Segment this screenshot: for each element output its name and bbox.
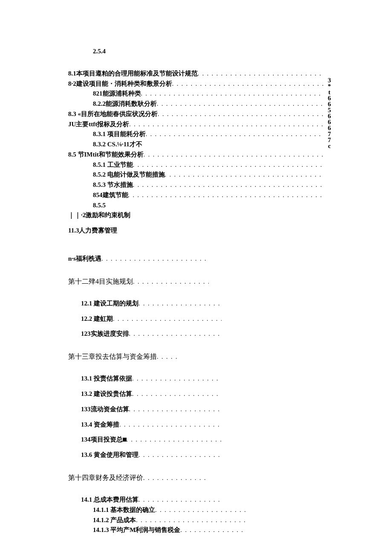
toc-entry: 133流动资金估算 bbox=[68, 405, 222, 414]
toc-entry: 2.5.4 bbox=[68, 47, 324, 56]
toc-entry: 13.2 建设投贵估算 bbox=[68, 389, 222, 399]
toc-text: 8.1本项目遵粕的合理用能标准及节能设计规范 bbox=[68, 69, 198, 78]
toc-text: 第十三章投去估算与资金筹措 bbox=[68, 352, 157, 361]
toc-text: 8.5 节IMtit和节能效果分析 bbox=[68, 150, 144, 160]
toc-narrow-block: n·s福利㭠遇 第十二肂4目实施规划 12.1 建设工期的规划 12.2 建虹期… bbox=[68, 254, 324, 535]
toc-entry: 123实族进度安排 bbox=[68, 329, 222, 339]
toc-text: 854建筑节能 bbox=[93, 191, 128, 200]
toc-number: 2.5.4 bbox=[93, 47, 106, 56]
toc-entry: 12.2 建虹期 bbox=[68, 314, 222, 324]
toc-text: ｜｜·2激励和约束机制 bbox=[68, 211, 130, 220]
toc-text: 123实族进度安排 bbox=[81, 329, 129, 339]
toc-entry: 14.1.1 基本数据的确立 bbox=[68, 506, 246, 515]
toc-text: 14.1.2 产品成本 bbox=[93, 516, 136, 525]
toc-entry: 8.3.2 CS.⅛·11才不 bbox=[68, 140, 324, 149]
toc-entry: n·s福利㭠遇 bbox=[68, 254, 209, 264]
toc-text: 13.2 建设投贵估算 bbox=[81, 389, 132, 399]
toc-text: 8·2建设项目能・消耗种类和敷景分析 bbox=[68, 79, 172, 89]
page-number-column: 3*t66566677c bbox=[326, 77, 332, 148]
toc-text: 8.5.1 工业节能 bbox=[93, 160, 133, 170]
toc-entry: 821能源浦耗种类 bbox=[68, 89, 324, 99]
toc-text: 821能源浦耗种类 bbox=[93, 89, 141, 99]
toc-entry: JU主要ttft报标及分析 bbox=[68, 120, 324, 129]
toc-entry: 8.5.5 bbox=[68, 201, 324, 210]
toc-text: 14.1.3 平均产M利润与销售税金 bbox=[93, 526, 180, 535]
toc-entry: 8.1本项目遵粕的合理用能标准及节能设计规范 bbox=[68, 69, 324, 78]
toc-text: 133流动资金估算 bbox=[81, 405, 129, 414]
toc-text: 8.2.2能源消耗数耿分析 bbox=[93, 99, 157, 109]
toc-entry: 12.1 建设工期的规划 bbox=[68, 299, 222, 308]
toc-text: 13.1 投责估算依据 bbox=[81, 374, 132, 384]
toc-chapter: 第十四章财务及经济评价 bbox=[68, 473, 209, 482]
black-square-icon bbox=[123, 438, 127, 442]
toc-text: 第十二肂4目实施规划 bbox=[68, 276, 133, 286]
toc-entry: 14.1.3 平均产M利润与销售税金 bbox=[68, 526, 246, 535]
toc-entry: 8.3.1 项目能耗分析 bbox=[68, 130, 324, 139]
toc-entry: 8.5.3 节水措施 bbox=[68, 180, 324, 190]
toc-entry: ｜｜·2激励和约束机制 bbox=[68, 211, 324, 220]
toc-text: 8.5.3 节水措施 bbox=[93, 180, 133, 190]
toc-entry: 8.3 «目所在地能春供应状况分析 bbox=[68, 110, 324, 119]
toc-text: 12.2 建虹期 bbox=[81, 314, 113, 324]
document-page: 3*t66566677c 2.5.4 8.1本项目遵粕的合理用能标准及节能设计规… bbox=[0, 0, 392, 555]
toc-text: JU主要ttft报标及分析 bbox=[68, 120, 129, 129]
toc-text: n·s福利㭠遇 bbox=[68, 254, 101, 264]
toc-entry: 8·2建设项目能・消耗种类和敷景分析 bbox=[68, 79, 324, 89]
toc-content: 2.5.4 8.1本项目遵粕的合理用能标准及节能设计规范 8·2建设项目能・消耗… bbox=[68, 46, 324, 536]
toc-text: 12.1 建设工期的规划 bbox=[81, 299, 138, 308]
toc-entry: 8.5.2 电能计做及节能措施 bbox=[68, 170, 324, 180]
toc-entry: 134项目投资总 bbox=[68, 435, 222, 445]
toc-entry: 8.5 节IMtit和节能效果分析 bbox=[68, 150, 324, 160]
toc-text: 8.5.5 bbox=[93, 201, 106, 210]
toc-text: 13.4 资金筹措 bbox=[81, 420, 119, 430]
toc-chapter: 第十三章投去估算与资金筹措 bbox=[68, 352, 179, 361]
toc-chapter: 第十二肂4目实施规划 bbox=[68, 276, 209, 286]
toc-entry: 13.4 资金筹措 bbox=[68, 420, 222, 430]
toc-text: 13.6 黄金使用和管理 bbox=[81, 450, 138, 460]
toc-text: 11.3人力费寡管理 bbox=[68, 226, 117, 235]
toc-entry: 13.6 黄金使用和管理 bbox=[68, 450, 222, 460]
toc-text: 8.3.1 项目能耗分析 bbox=[93, 130, 146, 139]
toc-entry: 11.3人力费寡管理 bbox=[68, 226, 324, 235]
toc-text: 8.3 «目所在地能春供应状况分析 bbox=[68, 110, 158, 119]
toc-entry: 13.1 投责估算依据 bbox=[68, 374, 222, 384]
toc-entry: 8.5.1 工业节能 bbox=[68, 160, 324, 170]
toc-entry: 8.2.2能源消耗数耿分析 bbox=[68, 99, 324, 109]
toc-entry: 14.1 总成本费用估算 bbox=[68, 495, 222, 505]
toc-entry: 854建筑节能 bbox=[68, 191, 324, 200]
toc-text: 134项目投资总 bbox=[81, 435, 127, 445]
toc-text: 第十四章财务及经济评价 bbox=[68, 473, 143, 482]
toc-text: 8.3.2 CS.⅛·11才不 bbox=[93, 140, 142, 149]
toc-text: 14.1.1 基本数据的确立 bbox=[93, 506, 155, 515]
toc-text: 8.5.2 电能计做及节能措施 bbox=[93, 170, 165, 180]
toc-text: 14.1 总成本费用估算 bbox=[81, 495, 138, 505]
toc-entry: 14.1.2 产品成本 bbox=[68, 516, 246, 525]
